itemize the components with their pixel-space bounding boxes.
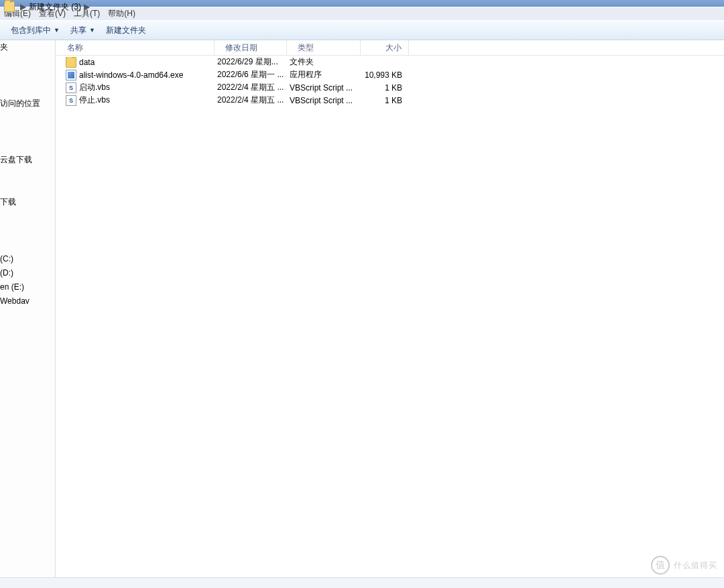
file-list: data2022/6/29 星期...文件夹alist-windows-4.0-… [56,56,724,577]
file-type: VBScript Script ... [287,96,361,105]
file-size: 1 KB [361,83,409,93]
sidebar-item[interactable] [0,139,55,153]
watermark-icon: 值 [651,556,670,575]
column-header-name[interactable]: 名称 [56,40,215,55]
file-date: 2022/2/4 星期五 ... [215,95,287,106]
sidebar-item[interactable]: 访问的位置 [0,97,55,111]
file-row[interactable]: 启动.vbs2022/2/4 星期五 ...VBScript Script ..… [56,81,724,94]
sidebar-item[interactable] [0,167,55,181]
sidebar-item[interactable] [0,68,55,82]
chevron-down-icon: ▼ [89,27,95,34]
breadcrumb-separator-icon: ▶ [20,2,26,11]
toolbar-label: 新建文件夹 [106,25,146,36]
menu-bar: 编辑(E) 查看(V) 工具(T) 帮助(H) [0,7,724,20]
toolbar-new-folder[interactable]: 新建文件夹 [101,25,152,36]
file-row[interactable]: data2022/6/29 星期...文件夹 [56,56,724,68]
vbs-icon [66,82,76,93]
watermark: 值 什么值得买 [651,553,717,577]
sidebar-item[interactable]: (D:) [0,266,55,280]
file-row[interactable]: alist-windows-4.0-amd64.exe2022/6/6 星期一 … [56,68,724,81]
chevron-down-icon: ▼ [54,27,60,34]
file-name: alist-windows-4.0-amd64.exe [79,70,183,80]
sidebar-item[interactable]: Webdav [0,294,55,308]
window-titlebar [0,0,724,7]
column-header-date[interactable]: 修改日期 [215,40,287,55]
sidebar-item[interactable] [0,209,55,223]
sidebar-item[interactable]: 下载 [0,195,55,209]
folder-icon [66,57,76,68]
sidebar-item [0,125,55,139]
file-size: 1 KB [361,96,409,105]
sidebar-item[interactable] [0,54,55,68]
sidebar-item[interactable]: 夹 [0,40,55,54]
sidebar-item[interactable]: 云盘下载 [0,153,55,167]
breadcrumb[interactable]: ▶ 新建文件夹 (3) ▶ [4,1,93,12]
sidebar-item[interactable] [0,237,55,251]
file-type: 应用程序 [287,69,361,80]
file-date: 2022/6/29 星期... [215,56,287,68]
sidebar-item[interactable] [0,82,55,97]
file-name: 停止.vbs [79,95,110,106]
column-header-type[interactable]: 类型 [287,40,361,55]
column-header: 名称 修改日期 类型 大小 [56,40,724,56]
folder-icon [4,1,15,12]
file-type: VBScript Script ... [287,83,361,93]
vbs-icon [66,95,76,106]
sidebar-item[interactable] [0,181,55,195]
toolbar-include-in-library[interactable]: 包含到库中 ▼ [5,25,65,36]
breadcrumb-separator-icon: ▶ [84,2,90,11]
file-name: data [79,58,95,67]
breadcrumb-label[interactable]: 新建文件夹 (3) [29,1,81,13]
sidebar-item [0,111,55,125]
toolbar-label: 共享 [70,25,86,36]
file-size: 10,993 KB [361,70,409,80]
toolbar-share[interactable]: 共享 ▼ [65,25,101,36]
exe-icon [66,70,76,80]
navigation-pane: 夹访问的位置云盘下载下载(C:)(D:)en (E:)Webdav [0,40,56,577]
menu-help[interactable]: 帮助(H) [104,8,139,19]
sidebar-item[interactable] [0,223,55,237]
file-row[interactable]: 停止.vbs2022/2/4 星期五 ...VBScript Script ..… [56,94,724,107]
sidebar-item[interactable]: en (E:) [0,280,55,294]
file-date: 2022/2/4 星期五 ... [215,82,287,93]
file-name: 启动.vbs [79,82,110,93]
toolbar-label: 包含到库中 [11,25,51,36]
file-date: 2022/6/6 星期一 ... [215,69,287,80]
watermark-text: 什么值得买 [674,560,717,571]
file-type: 文件夹 [287,56,361,68]
column-header-size[interactable]: 大小 [361,40,409,55]
status-bar [0,577,724,588]
toolbar: 包含到库中 ▼ 共享 ▼ 新建文件夹 [0,20,724,40]
sidebar-item[interactable]: (C:) [0,251,55,266]
